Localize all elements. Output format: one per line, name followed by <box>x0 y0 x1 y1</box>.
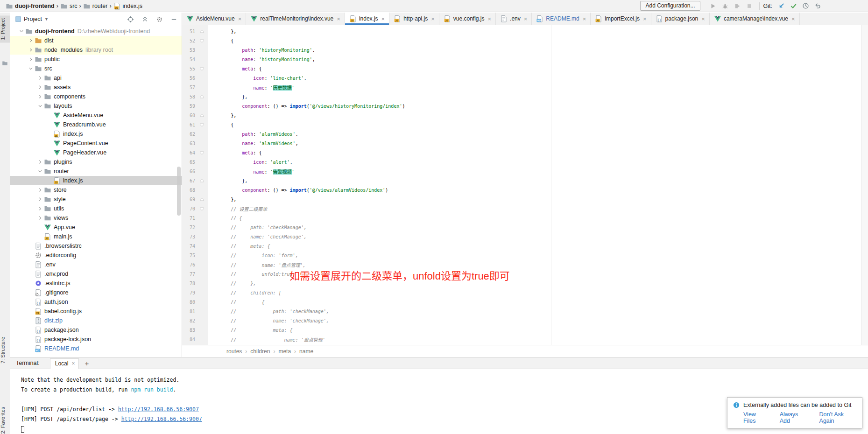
tree-chevron-closed-icon[interactable] <box>36 74 44 82</box>
tree-item-pagecontent.vue[interactable]: PageContent.vue <box>10 139 182 148</box>
project-view-icon[interactable] <box>15 16 21 22</box>
run-icon[interactable] <box>709 2 717 10</box>
tree-item-dist.zip[interactable]: dist.zip <box>10 316 182 325</box>
editor-tab-vue.config.js[interactable]: JSvue.config.js× <box>439 13 496 25</box>
fold-marker-icon[interactable] <box>195 205 208 212</box>
tab-close-icon[interactable]: × <box>523 16 528 22</box>
project-panel-scrollbar[interactable] <box>177 167 181 216</box>
tree-item-main.js[interactable]: JSmain.js <box>10 232 182 241</box>
fold-marker-icon[interactable] <box>195 28 208 35</box>
fold-marker-icon[interactable] <box>195 121 208 128</box>
tree-chevron-closed-icon[interactable] <box>36 186 44 194</box>
editor-breadcrumb-children[interactable]: children <box>250 348 270 355</box>
tree-item-auth.json[interactable]: {}auth.json <box>10 297 182 307</box>
editor-breadcrumb-meta[interactable]: meta <box>278 348 291 355</box>
editor-tab-http-api.js[interactable]: JShttp-api.js× <box>389 13 439 25</box>
tab-close-icon[interactable]: × <box>582 16 586 22</box>
tree-chevron-open-icon[interactable] <box>36 102 44 110</box>
debug-icon[interactable] <box>721 2 729 10</box>
fold-marker-icon[interactable] <box>195 93 208 100</box>
tree-item-.eslintrc.js[interactable]: .eslintrc.js <box>10 279 182 288</box>
stop-icon[interactable] <box>745 2 754 10</box>
tab-close-icon[interactable]: × <box>700 16 705 22</box>
tree-item-assets[interactable]: assets <box>10 83 182 92</box>
tree-item-package.json[interactable]: {}package.json <box>10 325 182 335</box>
tree-item-plugins[interactable]: plugins <box>10 157 182 167</box>
project-tool-icon[interactable] <box>2 60 8 66</box>
tree-chevron-open-icon[interactable] <box>27 65 35 72</box>
tree-item-app.vue[interactable]: App.vue <box>10 223 182 232</box>
settings-gear-icon[interactable] <box>155 15 163 23</box>
tree-item-package-lock.json[interactable]: {}package-lock.json <box>10 335 182 344</box>
tree-chevron-closed-icon[interactable] <box>36 93 44 100</box>
tree-item-breadcrumb.vue[interactable]: Breadcrumb.vue <box>10 120 182 129</box>
tool-stripe-favorites-button[interactable]: 2: Favorites <box>0 407 10 434</box>
breadcrumb-item[interactable]: duoji-frontend <box>6 2 55 10</box>
editor-tab-importexcel.js[interactable]: JSimportExcel.js× <box>591 13 651 25</box>
new-terminal-session-icon[interactable]: + <box>85 359 89 367</box>
breadcrumb-item[interactable]: src <box>60 2 78 10</box>
tree-item-index.js[interactable]: JSindex.js <box>10 129 182 139</box>
tool-stripe-project-button[interactable]: 1: Project <box>0 15 10 42</box>
hide-panel-icon[interactable] <box>169 15 178 23</box>
fold-marker-icon[interactable] <box>195 112 208 119</box>
tree-item-layouts[interactable]: layouts <box>10 101 182 111</box>
tree-item-.editorconfig[interactable]: .editorconfig <box>10 251 182 260</box>
notification-action-always-add[interactable]: Always Add <box>780 411 807 424</box>
tree-item-index.js[interactable]: JSindex.js <box>10 176 182 185</box>
tree-chevron-closed-icon[interactable] <box>36 158 44 166</box>
tab-close-icon[interactable]: × <box>237 16 242 22</box>
editor-tab-cameramanage-index.vue[interactable]: cameraManage\index.vue× <box>710 13 800 25</box>
tree-chevron-closed-icon[interactable] <box>36 84 44 91</box>
project-panel-title[interactable]: Project <box>24 16 42 22</box>
tree-chevron-closed-icon[interactable] <box>27 37 35 44</box>
chevron-down-icon[interactable]: ▼ <box>44 17 49 21</box>
tab-close-icon[interactable]: × <box>381 16 385 22</box>
editor-tab-asidemenu.vue[interactable]: AsideMenu.vue× <box>182 13 246 25</box>
run-with-coverage-icon[interactable] <box>733 2 741 10</box>
tree-chevron-open-icon[interactable] <box>18 28 25 35</box>
tree-item-router[interactable]: router <box>10 167 182 176</box>
editor-scrollbar[interactable] <box>861 25 868 345</box>
tab-close-icon[interactable]: × <box>336 16 340 22</box>
terminal-link[interactable]: http://192.168.66.56:9007 <box>118 406 199 413</box>
code-editor[interactable]: 51 },52 {53 path: 'historyMonitoring',54… <box>182 25 861 345</box>
git-commit-icon[interactable] <box>789 2 797 10</box>
add-configuration-button[interactable]: Add Configuration... <box>640 1 700 11</box>
tree-item-utils[interactable]: utils <box>10 204 182 213</box>
tree-item-components[interactable]: components <box>10 92 182 101</box>
fold-marker-icon[interactable] <box>195 149 208 156</box>
collapse-all-icon[interactable] <box>141 15 149 23</box>
fold-marker-icon[interactable] <box>195 196 208 203</box>
tree-item-babel.config.js[interactable]: JSbabel.config.js <box>10 307 182 316</box>
fold-marker-icon[interactable] <box>195 65 208 72</box>
fold-marker-icon[interactable] <box>195 177 208 184</box>
tab-close-icon[interactable]: × <box>487 16 491 22</box>
tree-item-store[interactable]: store <box>10 185 182 195</box>
editor-tab-.env[interactable]: .env× <box>496 13 532 25</box>
editor-breadcrumb-name[interactable]: name <box>299 348 313 355</box>
locate-file-icon[interactable] <box>126 15 134 23</box>
tab-close-icon[interactable]: × <box>430 16 435 22</box>
tree-item-.browserslistrc[interactable]: .browserslistrc <box>10 241 182 251</box>
tree-chevron-closed-icon[interactable] <box>36 205 44 212</box>
tab-close-icon[interactable]: × <box>790 16 795 22</box>
breadcrumb-item[interactable]: router <box>83 2 108 10</box>
notification-action-don-t-ask-again[interactable]: Don't Ask Again <box>819 411 856 424</box>
notification-action-view-files[interactable]: View Files <box>743 411 768 424</box>
tree-item-api[interactable]: api <box>10 73 182 83</box>
tab-close-icon[interactable]: × <box>642 16 647 22</box>
tree-chevron-open-icon[interactable] <box>36 168 44 175</box>
tree-item-pageheader.vue[interactable]: PageHeader.vue <box>10 148 182 157</box>
tree-item-.env[interactable]: .env <box>10 260 182 269</box>
fold-marker-icon[interactable] <box>195 37 208 44</box>
tree-chevron-closed-icon[interactable] <box>36 196 44 203</box>
editor-tab-readme.md[interactable]: MDREADME.md× <box>532 13 591 25</box>
rollback-icon[interactable] <box>813 2 822 10</box>
breadcrumb-item[interactable]: JSindex.js <box>113 2 142 10</box>
tree-item-style[interactable]: style <box>10 195 182 204</box>
tree-chevron-closed-icon[interactable] <box>27 56 35 63</box>
tool-stripe-structure-button[interactable]: 7: Structure <box>0 337 10 364</box>
tree-item-duoji-frontend[interactable]: duoji-frontend D:\zheheWeb\duoji-fronten… <box>10 27 182 36</box>
tree-item-public[interactable]: public <box>10 55 182 64</box>
